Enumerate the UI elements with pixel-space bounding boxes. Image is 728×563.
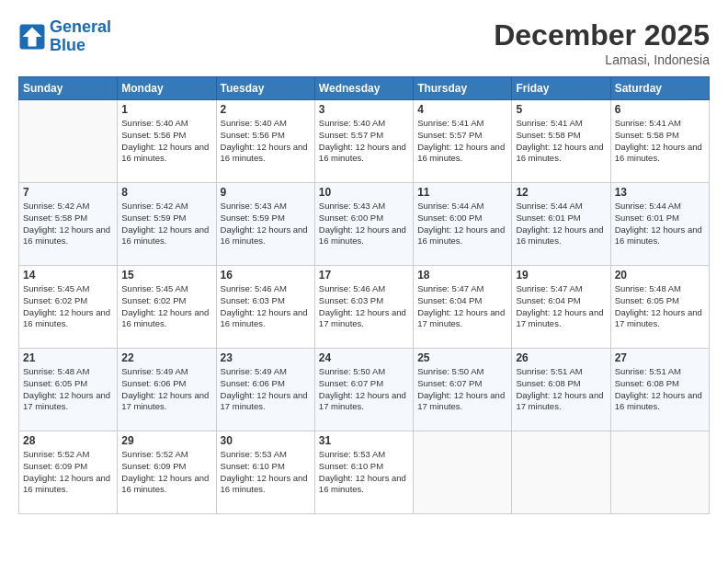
calendar-cell: 1Sunrise: 5:40 AM Sunset: 5:56 PM Daylig…: [118, 100, 216, 183]
calendar-body: 1Sunrise: 5:40 AM Sunset: 5:56 PM Daylig…: [19, 100, 710, 514]
title-block: December 2025 Lamasi, Indonesia: [494, 18, 710, 67]
calendar-cell: 16Sunrise: 5:46 AM Sunset: 6:03 PM Dayli…: [216, 266, 314, 349]
day-number: 28: [23, 434, 113, 447]
day-info: Sunrise: 5:44 AM Sunset: 6:01 PM Dayligh…: [516, 201, 606, 247]
day-info: Sunrise: 5:47 AM Sunset: 6:04 PM Dayligh…: [516, 283, 606, 330]
location: Lamasi, Indonesia: [494, 52, 710, 67]
day-number: 20: [615, 269, 705, 282]
calendar-cell: 7Sunrise: 5:42 AM Sunset: 5:58 PM Daylig…: [19, 183, 118, 266]
calendar-cell: 13Sunrise: 5:44 AM Sunset: 6:01 PM Dayli…: [610, 183, 709, 266]
calendar-week-1: 1Sunrise: 5:40 AM Sunset: 5:56 PM Daylig…: [19, 100, 710, 183]
day-info: Sunrise: 5:49 AM Sunset: 6:06 PM Dayligh…: [221, 366, 311, 413]
day-number: 27: [615, 351, 705, 364]
calendar-cell: 26Sunrise: 5:51 AM Sunset: 6:08 PM Dayli…: [512, 349, 610, 431]
day-info: Sunrise: 5:48 AM Sunset: 6:05 PM Dayligh…: [23, 366, 113, 413]
calendar-cell: 5Sunrise: 5:41 AM Sunset: 5:58 PM Daylig…: [512, 100, 610, 183]
calendar-cell: [610, 431, 709, 514]
calendar-cell: 9Sunrise: 5:43 AM Sunset: 5:59 PM Daylig…: [216, 183, 314, 266]
day-number: 8: [121, 186, 211, 199]
logo-icon: [18, 23, 46, 51]
calendar-cell: 2Sunrise: 5:40 AM Sunset: 5:56 PM Daylig…: [216, 100, 314, 183]
calendar-week-2: 7Sunrise: 5:42 AM Sunset: 5:58 PM Daylig…: [19, 183, 710, 266]
day-info: Sunrise: 5:48 AM Sunset: 6:05 PM Dayligh…: [615, 283, 705, 330]
calendar-week-5: 28Sunrise: 5:52 AM Sunset: 6:09 PM Dayli…: [19, 431, 710, 514]
day-info: Sunrise: 5:45 AM Sunset: 6:02 PM Dayligh…: [23, 283, 113, 330]
day-number: 11: [417, 186, 507, 199]
calendar-cell: 25Sunrise: 5:50 AM Sunset: 6:07 PM Dayli…: [414, 349, 512, 431]
calendar-cell: 27Sunrise: 5:51 AM Sunset: 6:08 PM Dayli…: [610, 349, 709, 431]
day-info: Sunrise: 5:43 AM Sunset: 6:00 PM Dayligh…: [319, 201, 409, 247]
day-number: 29: [121, 434, 211, 447]
day-info: Sunrise: 5:43 AM Sunset: 5:59 PM Dayligh…: [221, 201, 311, 247]
calendar-cell: 6Sunrise: 5:41 AM Sunset: 5:58 PM Daylig…: [610, 100, 709, 183]
day-info: Sunrise: 5:41 AM Sunset: 5:58 PM Dayligh…: [615, 118, 705, 165]
calendar-cell: [414, 431, 512, 514]
day-number: 1: [121, 103, 211, 116]
day-number: 9: [221, 186, 311, 199]
day-number: 31: [319, 434, 409, 447]
day-info: Sunrise: 5:46 AM Sunset: 6:03 PM Dayligh…: [319, 283, 409, 330]
day-number: 23: [221, 351, 311, 364]
day-number: 10: [319, 186, 409, 199]
calendar-cell: 30Sunrise: 5:53 AM Sunset: 6:10 PM Dayli…: [216, 431, 314, 514]
day-number: 4: [417, 103, 507, 116]
day-info: Sunrise: 5:46 AM Sunset: 6:03 PM Dayligh…: [221, 283, 311, 330]
logo: General Blue: [18, 18, 111, 55]
day-info: Sunrise: 5:52 AM Sunset: 6:09 PM Dayligh…: [23, 449, 113, 496]
day-info: Sunrise: 5:40 AM Sunset: 5:56 PM Dayligh…: [221, 118, 311, 165]
day-number: 25: [417, 351, 507, 364]
day-info: Sunrise: 5:53 AM Sunset: 6:10 PM Dayligh…: [221, 449, 311, 496]
calendar-cell: 29Sunrise: 5:52 AM Sunset: 6:09 PM Dayli…: [118, 431, 216, 514]
weekday-thursday: Thursday: [414, 77, 512, 100]
weekday-friday: Friday: [512, 77, 610, 100]
day-info: Sunrise: 5:51 AM Sunset: 6:08 PM Dayligh…: [615, 366, 705, 413]
day-number: 17: [319, 269, 409, 282]
calendar-cell: 31Sunrise: 5:53 AM Sunset: 6:10 PM Dayli…: [314, 431, 413, 514]
calendar-week-3: 14Sunrise: 5:45 AM Sunset: 6:02 PM Dayli…: [19, 266, 710, 349]
day-number: 26: [516, 351, 606, 364]
month-title: December 2025: [494, 18, 710, 52]
calendar-cell: 21Sunrise: 5:48 AM Sunset: 6:05 PM Dayli…: [19, 349, 118, 431]
calendar-cell: 3Sunrise: 5:40 AM Sunset: 5:57 PM Daylig…: [314, 100, 413, 183]
day-info: Sunrise: 5:45 AM Sunset: 6:02 PM Dayligh…: [121, 283, 211, 330]
day-number: 22: [121, 351, 211, 364]
day-number: 18: [417, 269, 507, 282]
day-info: Sunrise: 5:49 AM Sunset: 6:06 PM Dayligh…: [121, 366, 211, 413]
day-info: Sunrise: 5:51 AM Sunset: 6:08 PM Dayligh…: [516, 366, 606, 413]
calendar-week-4: 21Sunrise: 5:48 AM Sunset: 6:05 PM Dayli…: [19, 349, 710, 431]
calendar-cell: 18Sunrise: 5:47 AM Sunset: 6:04 PM Dayli…: [414, 266, 512, 349]
calendar-cell: [512, 431, 610, 514]
weekday-tuesday: Tuesday: [216, 77, 314, 100]
calendar-cell: 4Sunrise: 5:41 AM Sunset: 5:57 PM Daylig…: [414, 100, 512, 183]
calendar-cell: [19, 100, 118, 183]
calendar-cell: 11Sunrise: 5:44 AM Sunset: 6:00 PM Dayli…: [414, 183, 512, 266]
day-info: Sunrise: 5:50 AM Sunset: 6:07 PM Dayligh…: [417, 366, 507, 413]
weekday-sunday: Sunday: [19, 77, 118, 100]
day-number: 2: [221, 103, 311, 116]
day-info: Sunrise: 5:47 AM Sunset: 6:04 PM Dayligh…: [417, 283, 507, 330]
weekday-wednesday: Wednesday: [314, 77, 413, 100]
day-info: Sunrise: 5:50 AM Sunset: 6:07 PM Dayligh…: [319, 366, 409, 413]
day-number: 15: [121, 269, 211, 282]
calendar-cell: 8Sunrise: 5:42 AM Sunset: 5:59 PM Daylig…: [118, 183, 216, 266]
day-info: Sunrise: 5:52 AM Sunset: 6:09 PM Dayligh…: [121, 449, 211, 496]
day-number: 12: [516, 186, 606, 199]
day-info: Sunrise: 5:40 AM Sunset: 5:57 PM Dayligh…: [319, 118, 409, 165]
day-info: Sunrise: 5:44 AM Sunset: 6:01 PM Dayligh…: [615, 201, 705, 247]
calendar-cell: 23Sunrise: 5:49 AM Sunset: 6:06 PM Dayli…: [216, 349, 314, 431]
calendar-cell: 19Sunrise: 5:47 AM Sunset: 6:04 PM Dayli…: [512, 266, 610, 349]
calendar-cell: 15Sunrise: 5:45 AM Sunset: 6:02 PM Dayli…: [118, 266, 216, 349]
day-number: 6: [615, 103, 705, 116]
day-number: 14: [23, 269, 113, 282]
calendar-cell: 12Sunrise: 5:44 AM Sunset: 6:01 PM Dayli…: [512, 183, 610, 266]
day-info: Sunrise: 5:44 AM Sunset: 6:00 PM Dayligh…: [417, 201, 507, 247]
calendar-cell: 20Sunrise: 5:48 AM Sunset: 6:05 PM Dayli…: [610, 266, 709, 349]
calendar-cell: 24Sunrise: 5:50 AM Sunset: 6:07 PM Dayli…: [314, 349, 413, 431]
day-info: Sunrise: 5:41 AM Sunset: 5:58 PM Dayligh…: [516, 118, 606, 165]
day-number: 19: [516, 269, 606, 282]
calendar-cell: 10Sunrise: 5:43 AM Sunset: 6:00 PM Dayli…: [314, 183, 413, 266]
page-header: General Blue December 2025 Lamasi, Indon…: [18, 18, 710, 67]
day-number: 3: [319, 103, 409, 116]
calendar-cell: 22Sunrise: 5:49 AM Sunset: 6:06 PM Dayli…: [118, 349, 216, 431]
day-number: 13: [615, 186, 705, 199]
